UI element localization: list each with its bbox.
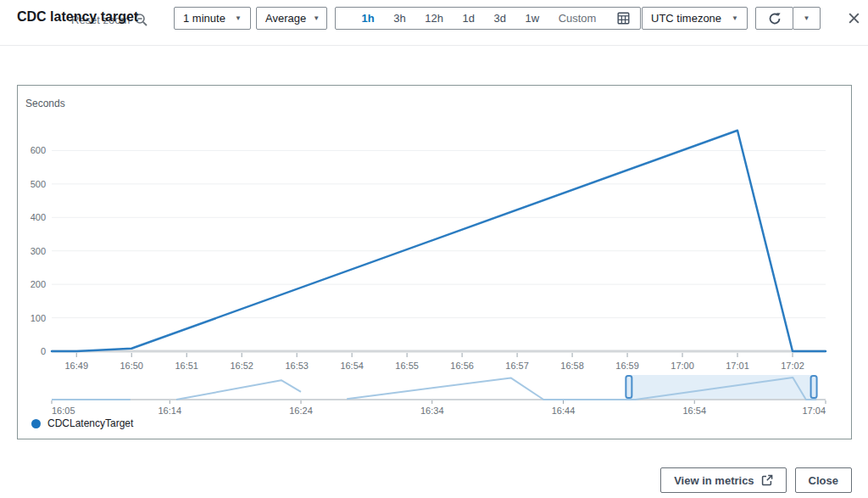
calendar-icon[interactable] [617, 12, 630, 25]
stat-select[interactable]: Average ▼ [256, 7, 327, 30]
refresh-icon [768, 12, 782, 25]
y-tick-label: 100 [31, 313, 46, 323]
refresh-button[interactable] [755, 7, 793, 30]
header-divider [0, 45, 868, 46]
chevron-down-icon: ▼ [732, 15, 738, 22]
y-tick-label: 600 [31, 145, 46, 155]
mini-x-tick-label: 16:34 [420, 406, 444, 416]
main-chart[interactable]: 010020030040050060016:4916:5016:5116:521… [18, 86, 851, 372]
x-tick-label: 16:53 [285, 361, 309, 371]
range-option-3d[interactable]: 3d [493, 12, 505, 25]
view-in-metrics-label: View in metrics [674, 474, 754, 487]
y-tick-label: 0 [41, 346, 46, 356]
mini-series-line [176, 380, 301, 400]
mini-chart[interactable]: 16:0516:1416:2416:3416:4416:5417:04 [18, 374, 851, 423]
page-title: CDC latency target [17, 9, 138, 25]
y-tick-label: 500 [31, 179, 46, 189]
metric-detail-modal: { "header": { "title": "CDC latency targ… [0, 0, 868, 498]
close-icon [847, 11, 861, 25]
period-select-value: 1 minute [183, 12, 225, 25]
x-tick-label: 16:52 [230, 361, 253, 371]
time-range-group: 1h3h12h1d3d1wCustom [335, 7, 641, 30]
external-link-icon [761, 474, 773, 486]
range-option-1h[interactable]: 1h [362, 12, 375, 25]
range-option-1d[interactable]: 1d [462, 12, 474, 25]
y-tick-label: 300 [31, 246, 46, 256]
close-dialog-button[interactable]: Close [795, 467, 852, 493]
x-tick-label: 16:54 [340, 361, 364, 371]
refresh-menu-button[interactable]: ▼ [793, 7, 821, 30]
range-option-12h[interactable]: 12h [425, 12, 443, 25]
brush-handle-left[interactable] [626, 376, 632, 398]
x-tick-label: 17:02 [781, 361, 804, 371]
period-select[interactable]: 1 minute ▼ [174, 7, 251, 30]
x-tick-label: 16:56 [450, 361, 474, 371]
x-tick-label: 16:49 [64, 361, 88, 371]
range-options: 1h3h12h1d3d1wCustom [342, 12, 615, 25]
timezone-select-value: UTC timezone [651, 12, 721, 25]
mini-x-tick-label: 16:44 [552, 406, 576, 416]
close-dialog-label: Close [809, 474, 838, 487]
chevron-down-icon: ▼ [235, 15, 242, 22]
legend-label: CDCLatencyTarget [47, 417, 133, 429]
x-tick-label: 16:55 [395, 361, 419, 371]
view-in-metrics-button[interactable]: View in metrics [660, 467, 786, 493]
y-tick-label: 200 [31, 279, 46, 289]
x-tick-label: 16:50 [120, 361, 143, 371]
mini-x-tick-label: 16:54 [682, 406, 706, 416]
x-tick-label: 16:51 [175, 361, 198, 371]
mini-x-tick-label: 17:04 [802, 406, 826, 416]
chevron-down-icon: ▼ [313, 15, 320, 22]
mini-x-tick-label: 16:24 [289, 406, 313, 416]
close-button[interactable] [847, 11, 861, 25]
range-option-custom[interactable]: Custom [559, 12, 597, 25]
footer: View in metrics Close [660, 467, 852, 493]
timezone-select[interactable]: UTC timezone ▼ [642, 7, 748, 30]
chart-panel: Seconds 010020030040050060016:4916:5016:… [17, 85, 852, 439]
x-tick-label: 17:00 [670, 361, 694, 371]
legend[interactable]: CDCLatencyTarget [31, 417, 133, 429]
chevron-down-icon: ▼ [804, 15, 810, 22]
x-tick-label: 16:58 [560, 361, 584, 371]
x-tick-label: 16:59 [615, 361, 639, 371]
range-option-1w[interactable]: 1w [525, 12, 539, 25]
x-tick-label: 17:01 [726, 361, 749, 371]
mini-x-tick-label: 16:14 [159, 406, 182, 416]
range-option-3h[interactable]: 3h [393, 12, 405, 25]
mini-x-tick-label: 16:05 [52, 406, 75, 416]
legend-dot [31, 419, 41, 428]
x-tick-label: 16:57 [505, 361, 529, 371]
y-tick-label: 400 [31, 212, 46, 222]
stat-select-value: Average [265, 12, 306, 25]
brush-handle-right[interactable] [811, 376, 817, 398]
